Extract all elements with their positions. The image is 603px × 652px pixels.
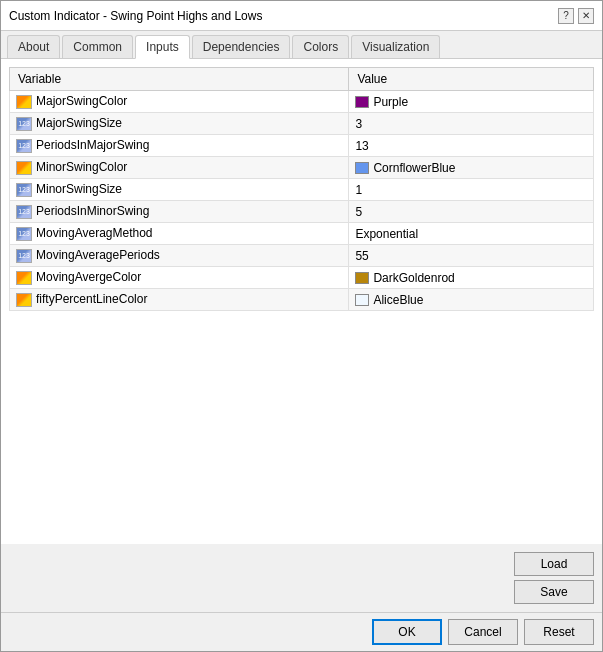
variable-name: PeriodsInMajorSwing	[36, 138, 149, 152]
tab-common[interactable]: Common	[62, 35, 133, 58]
color-icon	[16, 293, 32, 307]
color-swatch	[355, 272, 369, 284]
variable-cell: 123PeriodsInMajorSwing	[10, 135, 349, 157]
value-cell: 3	[349, 113, 594, 135]
cancel-button[interactable]: Cancel	[448, 619, 518, 645]
variable-name: fiftyPercentLineColor	[36, 292, 147, 306]
title-bar-buttons: ? ✕	[558, 8, 594, 24]
variable-name: MinorSwingColor	[36, 160, 127, 174]
close-button[interactable]: ✕	[578, 8, 594, 24]
title-bar: Custom Indicator - Swing Point Highs and…	[1, 1, 602, 31]
value-cell: 1	[349, 179, 594, 201]
color-icon	[16, 271, 32, 285]
variable-name: MajorSwingSize	[36, 116, 122, 130]
col-variable: Variable	[10, 68, 349, 91]
variable-cell: MinorSwingColor	[10, 157, 349, 179]
value-text: CornflowerBlue	[373, 161, 455, 175]
table-row[interactable]: fiftyPercentLineColorAliceBlue	[10, 289, 594, 311]
color-icon	[16, 95, 32, 109]
number-icon: 123	[16, 227, 32, 241]
variable-cell: MovingAvergeColor	[10, 267, 349, 289]
variable-name: PeriodsInMinorSwing	[36, 204, 149, 218]
value-cell: 5	[349, 201, 594, 223]
value-cell: 55	[349, 245, 594, 267]
value-text: 1	[355, 183, 362, 197]
table-row[interactable]: MovingAvergeColorDarkGoldenrod	[10, 267, 594, 289]
variable-cell: fiftyPercentLineColor	[10, 289, 349, 311]
number-icon: 123	[16, 205, 32, 219]
variable-cell: 123MinorSwingSize	[10, 179, 349, 201]
value-text: 3	[355, 117, 362, 131]
value-cell: Purple	[349, 91, 594, 113]
tab-bar: About Common Inputs Dependencies Colors …	[1, 31, 602, 59]
color-swatch	[355, 294, 369, 306]
color-icon	[16, 161, 32, 175]
table-row[interactable]: MajorSwingColorPurple	[10, 91, 594, 113]
number-icon: 123	[16, 183, 32, 197]
color-swatch	[355, 162, 369, 174]
variable-name: MovingAveragMethod	[36, 226, 153, 240]
ok-button[interactable]: OK	[372, 619, 442, 645]
tab-colors[interactable]: Colors	[292, 35, 349, 58]
tab-inputs[interactable]: Inputs	[135, 35, 190, 59]
table-row[interactable]: 123PeriodsInMajorSwing13	[10, 135, 594, 157]
value-text: 5	[355, 205, 362, 219]
value-text: Purple	[373, 95, 408, 109]
col-value: Value	[349, 68, 594, 91]
footer: OK Cancel Reset	[1, 612, 602, 651]
main-content: Variable Value MajorSwingColorPurple123M…	[1, 59, 602, 612]
color-swatch	[355, 96, 369, 108]
value-text: 55	[355, 249, 368, 263]
save-button[interactable]: Save	[514, 580, 594, 604]
table-row[interactable]: 123MovingAveragePeriods55	[10, 245, 594, 267]
variable-cell: 123MovingAveragMethod	[10, 223, 349, 245]
table-row[interactable]: 123PeriodsInMinorSwing5	[10, 201, 594, 223]
variable-name: MinorSwingSize	[36, 182, 122, 196]
table-row[interactable]: 123MovingAveragMethodExponential	[10, 223, 594, 245]
value-cell: CornflowerBlue	[349, 157, 594, 179]
load-button[interactable]: Load	[514, 552, 594, 576]
value-text: Exponential	[355, 227, 418, 241]
value-text: DarkGoldenrod	[373, 271, 454, 285]
variables-table: Variable Value MajorSwingColorPurple123M…	[9, 67, 594, 311]
main-window: Custom Indicator - Swing Point Highs and…	[0, 0, 603, 652]
tab-visualization[interactable]: Visualization	[351, 35, 440, 58]
value-cell: Exponential	[349, 223, 594, 245]
value-text: AliceBlue	[373, 293, 423, 307]
reset-button[interactable]: Reset	[524, 619, 594, 645]
table-row[interactable]: MinorSwingColorCornflowerBlue	[10, 157, 594, 179]
variable-cell: MajorSwingColor	[10, 91, 349, 113]
number-icon: 123	[16, 249, 32, 263]
content-area: Variable Value MajorSwingColorPurple123M…	[1, 59, 602, 544]
number-icon: 123	[16, 117, 32, 131]
tab-dependencies[interactable]: Dependencies	[192, 35, 291, 58]
window-title: Custom Indicator - Swing Point Highs and…	[9, 9, 262, 23]
value-cell: AliceBlue	[349, 289, 594, 311]
tab-about[interactable]: About	[7, 35, 60, 58]
number-icon: 123	[16, 139, 32, 153]
table-row[interactable]: 123MinorSwingSize1	[10, 179, 594, 201]
value-cell: 13	[349, 135, 594, 157]
help-button[interactable]: ?	[558, 8, 574, 24]
variable-name: MovingAvergeColor	[36, 270, 141, 284]
value-text: 13	[355, 139, 368, 153]
variable-cell: 123PeriodsInMinorSwing	[10, 201, 349, 223]
bottom-area: Load Save	[1, 544, 602, 612]
variable-name: MovingAveragePeriods	[36, 248, 160, 262]
variable-cell: 123MajorSwingSize	[10, 113, 349, 135]
table-row[interactable]: 123MajorSwingSize3	[10, 113, 594, 135]
value-cell: DarkGoldenrod	[349, 267, 594, 289]
variable-name: MajorSwingColor	[36, 94, 127, 108]
variable-cell: 123MovingAveragePeriods	[10, 245, 349, 267]
